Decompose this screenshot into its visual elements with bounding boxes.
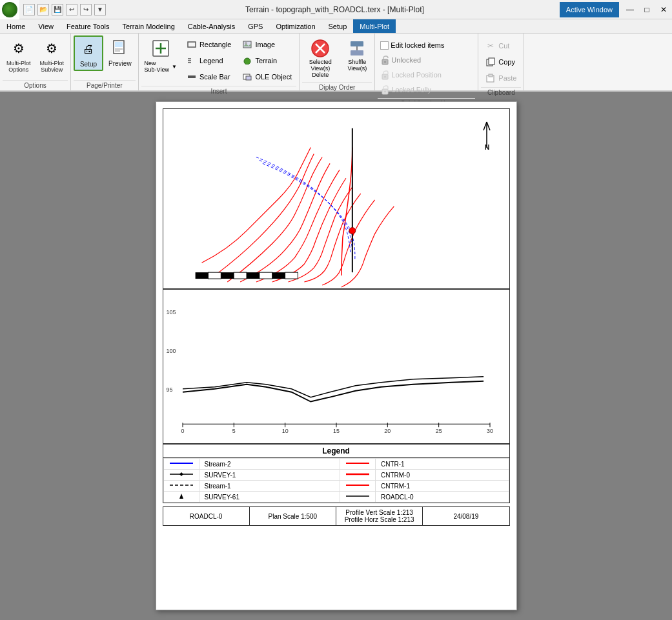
terrain-svg [163,109,509,288]
unlocked-row[interactable]: Unlocked [378,53,423,67]
locked-position-label: Locked Position [391,71,442,79]
legend-row-4: SURVEY-61 ROADCL-0 [163,492,509,503]
locked-fully-label: Locked Fully [391,86,431,94]
selected-views-delete-btn[interactable]: SelectedView(s)Delete [302,35,338,81]
svg-rect-39 [195,272,208,279]
plan-view: N [163,108,510,289]
svg-marker-65 [179,472,183,476]
ribbon-group-page-printer: 🖨 Setup Preview Page/Printer [71,34,139,90]
copy-btn[interactable]: Copy [481,54,520,70]
save-btn[interactable]: 💾 [52,4,63,15]
svg-rect-42 [234,272,247,279]
menu-cable-analysis[interactable]: Cable-Analysis [181,19,241,33]
display-order-label: Diplay Order [302,82,372,92]
paste-icon [485,73,496,83]
edit-locked-label: Edit locked items [391,41,444,49]
locked-position-row: Locked Position [378,68,444,82]
legend-row-2: SURVEY-1 CNTRM-0 [163,470,509,481]
status-bar: ROADCL-0 Plan Scale 1:500 Profile Vert S… [163,506,510,526]
svg-point-26 [384,75,386,77]
rectangle-icon [187,39,197,50]
scale-bar-btn[interactable]: Scale Bar [182,69,236,85]
legend-icon [187,55,197,66]
app-logo [0,0,19,19]
paste-btn[interactable]: Paste [481,70,521,86]
scale-bar-icon [187,72,197,82]
menu-gps[interactable]: GPS [241,19,269,33]
locked-fully-icon [380,85,389,94]
rectangle-btn[interactable]: Rectangle [182,37,236,52]
svg-rect-32 [489,74,493,77]
insert-group-label: Insert [141,86,297,96]
legend-btn[interactable]: Legend [182,53,236,68]
svg-text:20: 20 [384,428,391,434]
svg-rect-11 [188,75,196,78]
edit-locked-row[interactable]: Edit locked items [378,38,447,52]
gear2-icon: ⚙ [41,38,62,59]
cut-btn[interactable]: ✂ Cut [481,38,514,54]
svg-point-14 [244,58,250,65]
svg-point-24 [384,61,386,63]
image-icon [242,39,252,50]
legend-row-1: Stream-2 CNTR-1 [163,459,509,470]
new-subview-btn[interactable]: NewSub-View ▼ [141,35,180,75]
terrain-btn[interactable]: Terrain [238,53,296,68]
new-btn[interactable]: 📄 [23,4,35,15]
minimize-btn[interactable]: — [622,0,638,19]
gear-icon: ⚙ [8,38,29,59]
legend-row-3: Stream-1 CNTRM-1 [163,481,509,492]
svg-rect-45 [272,272,285,279]
svg-rect-16 [246,76,251,80]
image-btn[interactable]: Image [238,37,296,52]
menu-view[interactable]: View [32,19,60,33]
window-controls: — □ ✕ [622,0,672,19]
edit-locked-checkbox[interactable] [380,41,389,50]
cut-icon: ✂ [485,41,496,51]
svg-rect-21 [351,50,363,55]
legend-table: Stream-2 CNTR-1 SURVEY-1 [163,458,509,503]
menu-feature-tools[interactable]: Feature Tools [60,19,116,33]
open-btn[interactable]: 📂 [37,4,49,15]
svg-rect-44 [259,272,272,279]
svg-rect-20 [351,41,363,46]
preview-icon [110,38,130,59]
status-plan-scale: Plan Scale 1:500 [250,507,336,525]
ole-object-btn[interactable]: OLE Object [238,69,296,85]
multi-plot-subview-btn[interactable]: ⚙ Multi-PlotSubview [36,35,68,75]
menu-setup[interactable]: Setup [322,19,354,33]
window-title: Terrain - topograph_with_ROADCL.terx - [… [110,5,560,14]
setup-btn[interactable]: 🖨 Setup [74,35,103,71]
multi-plot-options-btn[interactable]: ⚙ Multi-PlotOptions [3,35,35,75]
locked-position-icon [380,70,389,79]
close-btn[interactable]: ✕ [655,0,672,19]
undo-btn[interactable]: ↩ [66,4,77,15]
copy-icon [485,57,496,67]
shuffle-views-btn[interactable]: ShuffleView(s) [342,35,372,74]
redo-btn[interactable]: ↪ [80,4,92,15]
maximize-btn[interactable]: □ [638,0,655,19]
unlocked-icon [380,55,389,65]
ribbon-group-display-order: SelectedView(s)Delete ShuffleView(s) Dip… [300,34,375,90]
svg-point-28 [384,90,386,92]
status-roadcl: ROADCL-0 [163,507,250,525]
menu-home[interactable]: Home [0,19,32,33]
menu-multi-plot[interactable]: Multi-Plot [353,19,396,33]
ribbon-group-insert: NewSub-View ▼ Rectangle [139,34,300,90]
delete-icon [310,38,331,59]
svg-point-38 [349,228,355,234]
preview-btn[interactable]: Preview [105,35,136,70]
clipboard-group-label: Clipboard [481,87,521,97]
ribbon-group-options: ⚙ Multi-PlotOptions ⚙ Multi-PlotSubview … [0,34,71,90]
printer-icon: 🖨 [78,39,99,59]
svg-text:25: 25 [435,428,442,434]
menu-optimization[interactable]: Optimization [269,19,321,33]
ribbon-group-locking: Edit locked items Unlocked [375,34,478,90]
menu-terrain-modeling[interactable]: Terrain Modeling [116,19,181,33]
ribbon-group-clipboard: ✂ Cut Copy Paste [478,34,524,90]
more-btn[interactable]: ▼ [94,4,106,15]
svg-rect-30 [489,58,494,65]
svg-text:5: 5 [232,428,235,434]
svg-rect-46 [285,272,298,279]
terrain-icon [242,55,252,66]
svg-marker-69 [179,494,183,499]
